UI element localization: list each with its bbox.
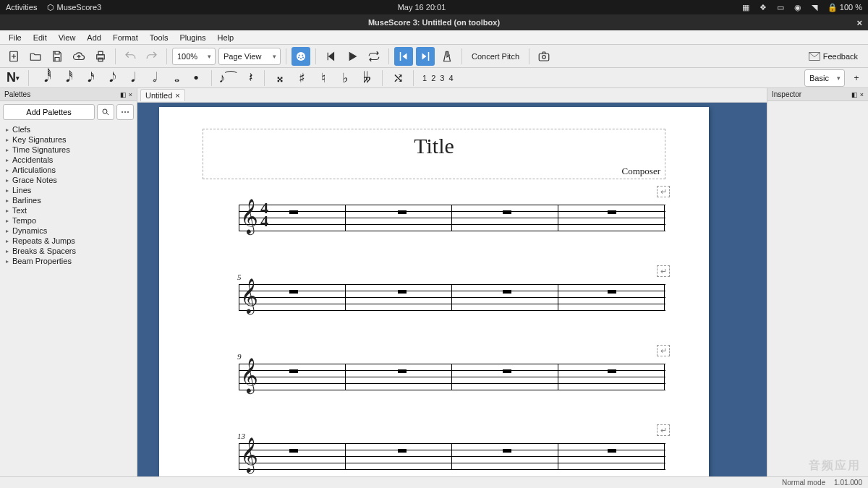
system-break-icon[interactable]: ↵ — [657, 265, 670, 277]
palette-time-signatures[interactable]: Time Signatures — [3, 145, 134, 155]
whole-rest[interactable] — [503, 369, 511, 373]
staff-system[interactable]: 𝄞9↵ — [203, 364, 665, 390]
feedback-button[interactable]: Feedback — [803, 52, 864, 61]
palettes-dock-controls[interactable]: ◧ × — [120, 91, 132, 98]
document-tab[interactable]: Untitled× — [140, 89, 185, 101]
whole-rest[interactable] — [289, 449, 298, 453]
toggle-midi-button[interactable] — [292, 47, 310, 66]
note-input-button[interactable]: N▾ — [4, 69, 22, 87]
whole-rest[interactable] — [398, 210, 407, 214]
whole-rest[interactable] — [608, 290, 616, 294]
duration-32nd[interactable]: 𝅘𝅥𝅰 — [57, 69, 75, 87]
tie-button[interactable]: ♪⁀ — [218, 69, 236, 87]
tray-icon-1[interactable]: ▦ — [742, 3, 749, 12]
metronome-button[interactable] — [438, 47, 456, 66]
treble-clef[interactable]: 𝄞 — [240, 437, 258, 472]
flat[interactable]: ♭ — [336, 69, 354, 87]
palettes-menu-button[interactable]: ⋯ — [116, 104, 134, 120]
duration-64th[interactable]: 𝅘𝅥𝅱 — [35, 69, 53, 87]
duration-8th[interactable]: 𝅘𝅥𝅮 — [101, 69, 118, 87]
sharp[interactable]: ♯ — [293, 69, 310, 87]
whole-rest[interactable] — [503, 290, 511, 294]
wifi-icon[interactable]: ◥ — [812, 3, 817, 12]
accessibility-icon[interactable]: ◉ — [794, 3, 801, 12]
add-workspace-button[interactable]: + — [849, 69, 864, 87]
system-break-icon[interactable]: ↵ — [657, 424, 670, 436]
score-canvas[interactable]: Untitled× Title Composer 𝄞44↵𝄞5↵𝄞9↵𝄞13↵ — [137, 88, 767, 476]
inspector-dock-controls[interactable]: ◧ × — [851, 91, 864, 98]
menu-edit[interactable]: Edit — [29, 32, 51, 43]
loop-out-button[interactable] — [416, 47, 435, 66]
palette-beam-properties[interactable]: Beam Properties — [3, 256, 134, 266]
whole-rest[interactable] — [398, 290, 407, 294]
score-title[interactable]: Title — [203, 134, 665, 158]
menu-help[interactable]: Help — [213, 32, 239, 43]
palette-breaks-spacers[interactable]: Breaks & Spacers — [3, 246, 134, 256]
add-palettes-button[interactable]: Add Palettes — [3, 104, 95, 120]
menu-add[interactable]: Add — [82, 32, 106, 43]
palette-repeats-jumps[interactable]: Repeats & Jumps — [3, 236, 134, 246]
composer-label[interactable]: Composer — [622, 166, 660, 177]
concert-pitch-button[interactable]: Concert Pitch — [467, 52, 524, 61]
voice-3[interactable]: 3 — [438, 74, 446, 82]
augmentation-dot[interactable]: • — [187, 69, 205, 87]
voice-2[interactable]: 2 — [429, 74, 438, 82]
palette-dynamics[interactable]: Dynamics — [3, 226, 134, 236]
save-online-button[interactable] — [69, 47, 88, 66]
menu-plugins[interactable]: Plugins — [175, 32, 210, 43]
whole-rest[interactable] — [289, 290, 298, 294]
treble-clef[interactable]: 𝄞 — [240, 358, 258, 393]
activities-button[interactable]: Activities — [6, 3, 37, 12]
double-sharp[interactable]: 𝄪 — [271, 69, 289, 87]
workspace-combo[interactable]: Basic — [804, 69, 845, 87]
image-capture-button[interactable] — [535, 47, 553, 66]
rewind-button[interactable] — [321, 47, 340, 66]
staff-system[interactable]: 𝄞44↵ — [203, 205, 665, 231]
duration-whole[interactable]: 𝅝 — [166, 69, 183, 87]
save-button[interactable] — [48, 47, 67, 66]
view-mode-combo[interactable]: Page View — [218, 48, 281, 65]
treble-clef[interactable]: 𝄞 — [240, 199, 258, 234]
double-flat[interactable]: 𝄫 — [358, 69, 375, 87]
whole-rest[interactable] — [608, 369, 616, 373]
whole-rest[interactable] — [398, 449, 407, 453]
whole-rest[interactable] — [608, 449, 616, 453]
tray-icon-2[interactable]: ❖ — [760, 3, 767, 12]
menu-tools[interactable]: Tools — [145, 32, 173, 43]
duration-half[interactable]: 𝅗𝅥 — [144, 69, 161, 87]
palette-key-signatures[interactable]: Key Signatures — [3, 134, 134, 145]
staff-system[interactable]: 𝄞5↵ — [203, 284, 665, 310]
zoom-combo[interactable]: 100% — [172, 48, 216, 65]
staff-system[interactable]: 𝄞13↵ — [203, 443, 665, 469]
new-score-button[interactable] — [4, 47, 23, 66]
treble-clef[interactable]: 𝄞 — [240, 278, 258, 313]
menu-view[interactable]: View — [54, 32, 80, 43]
palette-text[interactable]: Text — [3, 205, 134, 215]
palettes-search-button[interactable] — [97, 104, 114, 120]
app-menu[interactable]: ⬡ MuseScore3 — [47, 3, 101, 12]
open-button[interactable] — [26, 47, 45, 66]
whole-rest[interactable] — [398, 369, 407, 373]
tray-icon-3[interactable]: ▭ — [777, 3, 784, 12]
whole-rest[interactable] — [608, 210, 616, 214]
whole-rest[interactable] — [289, 210, 298, 214]
voice-1[interactable]: 1 — [420, 74, 429, 82]
menu-file[interactable]: File — [4, 32, 26, 43]
undo-button[interactable] — [121, 47, 140, 66]
loop-in-button[interactable] — [394, 47, 413, 66]
palette-articulations[interactable]: Articulations — [3, 165, 134, 175]
print-button[interactable] — [91, 47, 110, 66]
duration-quarter[interactable]: 𝅘𝅥 — [122, 69, 140, 87]
palette-accidentals[interactable]: Accidentals — [3, 155, 134, 165]
system-break-icon[interactable]: ↵ — [657, 186, 670, 197]
palette-barlines[interactable]: Barlines — [3, 195, 134, 205]
whole-rest[interactable] — [503, 449, 511, 453]
voice-4[interactable]: 4 — [446, 74, 455, 82]
menu-format[interactable]: Format — [109, 32, 142, 43]
palette-clefs[interactable]: Clefs — [3, 124, 134, 134]
rest-button[interactable]: 𝄽 — [240, 69, 258, 87]
duration-16th[interactable]: 𝅘𝅥𝅯 — [79, 69, 96, 87]
title-frame[interactable]: Title Composer — [203, 129, 665, 179]
loop-button[interactable] — [365, 47, 383, 66]
whole-rest[interactable] — [289, 369, 298, 373]
